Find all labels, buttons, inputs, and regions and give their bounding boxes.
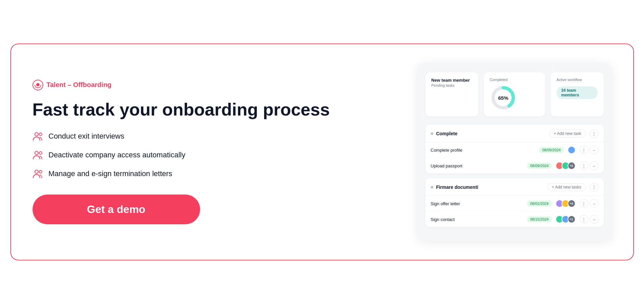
avatars-task3: +3 (555, 200, 576, 208)
brand-text: Talent – Offboarding (47, 81, 112, 89)
more-icon-task4[interactable]: ⋮ (580, 215, 588, 224)
right-panel: New team member Pending tasks Completed … (417, 63, 612, 241)
active-workflow-title: Active workflow (557, 78, 598, 82)
svg-point-4 (35, 170, 38, 173)
more-icon-task1[interactable]: ⋮ (580, 146, 588, 154)
date-badge-task4: 08/15/2024 (527, 216, 551, 222)
main-card: Talent – Offboarding Fast track your onb… (10, 44, 634, 260)
task-actions-1: ⋮ → (580, 146, 598, 154)
task-name-sign-contact: Sign contact (431, 217, 524, 222)
list-icon-firmare: ≡ (431, 184, 433, 190)
task-name-complete-profile: Complete profile (431, 148, 536, 153)
avatars-task2: +2 (555, 162, 576, 170)
svg-point-1 (39, 133, 42, 136)
feature-item-2: Deactivate company access automatically (33, 150, 391, 160)
section-complete: ≡ Complete + Add new task ⋮ Complete pro… (425, 125, 604, 173)
arrow-icon-task2[interactable]: → (590, 161, 598, 170)
stat-title: New team member (431, 78, 473, 83)
avatar-1 (568, 146, 576, 154)
task-name-upload-passport: Upload passport (431, 163, 524, 168)
add-task-button-complete[interactable]: + Add new task (549, 130, 586, 138)
date-badge-task1: 08/09/2024 (539, 147, 563, 153)
list-icon-complete: ≡ (431, 131, 433, 136)
team-members-badge: 34 team members (557, 86, 598, 99)
stat-subtitle: Pending tasks (431, 83, 473, 87)
svg-point-5 (39, 170, 42, 173)
people-icon-1 (33, 132, 43, 141)
svg-point-3 (39, 152, 42, 154)
avatars-task4: +1 (555, 215, 576, 223)
feature-text-3: Manage and e-sign termination letters (49, 169, 172, 178)
main-heading: Fast track your onboarding process (33, 100, 391, 120)
brand-icon (33, 80, 43, 90)
more-icon-task2[interactable]: ⋮ (580, 161, 588, 170)
brand-label: Talent – Offboarding (33, 80, 391, 90)
avatar-count-task3: +3 (568, 200, 576, 208)
svg-point-2 (35, 151, 38, 155)
task-row-sign-offer: Sign offer letter 08/01/2024 +3 ⋮ → (425, 196, 604, 212)
people-icon-3 (33, 169, 43, 178)
feature-item-1: Conduct exit interviews (33, 132, 391, 141)
more-options-complete[interactable]: ⋮ (590, 129, 598, 138)
task-row-sign-contact: Sign contact 08/15/2024 +1 ⋮ → (425, 212, 604, 227)
date-badge-task3: 08/01/2024 (527, 201, 551, 207)
section-complete-actions: + Add new task ⋮ (549, 129, 598, 138)
feature-item-3: Manage and e-sign termination letters (33, 169, 391, 178)
task-actions-3: ⋮ → (580, 199, 598, 208)
donut-chart: 65% (490, 84, 517, 111)
app-window: New team member Pending tasks Completed … (417, 63, 612, 241)
section-firmare-title: ≡ Firmare documenti (431, 184, 478, 190)
feature-text-1: Conduct exit interviews (49, 132, 124, 141)
more-options-firmare[interactable]: ⋮ (590, 183, 598, 192)
task-actions-4: ⋮ → (580, 215, 598, 224)
date-badge-task2: 08/09/2024 (527, 163, 551, 169)
section-complete-label: Complete (436, 131, 458, 136)
section-firmare-label: Firmare documenti (436, 184, 478, 190)
avatars-task1 (568, 146, 576, 154)
svg-point-0 (35, 133, 38, 136)
avatar-count-task4: +1 (568, 215, 576, 223)
section-complete-header: ≡ Complete + Add new task ⋮ (425, 125, 604, 142)
get-demo-button[interactable]: Get a demo (33, 195, 200, 224)
task-row-upload-passport: Upload passport 08/09/2024 +2 ⋮ → (425, 158, 604, 173)
section-firmare-header: ≡ Firmare documenti + Add new tasks ⋮ (425, 178, 604, 196)
feature-text-2: Deactivate company access automatically (49, 151, 185, 159)
active-workflow-card: Active workflow 34 team members (550, 72, 604, 117)
donut-percentage: 65% (498, 95, 508, 101)
task-actions-2: ⋮ → (580, 161, 598, 170)
section-firmare: ≡ Firmare documenti + Add new tasks ⋮ Si… (425, 178, 604, 227)
add-task-button-firmare[interactable]: + Add new tasks (547, 183, 586, 191)
arrow-icon-task3[interactable]: → (590, 199, 598, 208)
more-icon-task3[interactable]: ⋮ (580, 199, 588, 208)
stats-row: New team member Pending tasks Completed … (425, 72, 604, 117)
section-firmare-actions: + Add new tasks ⋮ (547, 183, 598, 192)
completed-stat-card: Completed 65% (484, 72, 545, 117)
new-team-member-card: New team member Pending tasks (425, 72, 479, 117)
section-complete-title: ≡ Complete (431, 131, 458, 136)
arrow-icon-task1[interactable]: → (590, 146, 598, 154)
task-row-complete-profile: Complete profile 08/09/2024 ⋮ → (425, 142, 604, 158)
avatar-count-task2: +2 (568, 162, 576, 170)
completed-label: Completed (490, 78, 539, 82)
left-panel: Talent – Offboarding Fast track your onb… (33, 80, 391, 225)
arrow-icon-task4[interactable]: → (590, 215, 598, 224)
feature-list: Conduct exit interviews Deactivate compa… (33, 132, 391, 178)
task-name-sign-offer: Sign offer letter (431, 201, 524, 206)
people-icon-2 (33, 150, 43, 160)
